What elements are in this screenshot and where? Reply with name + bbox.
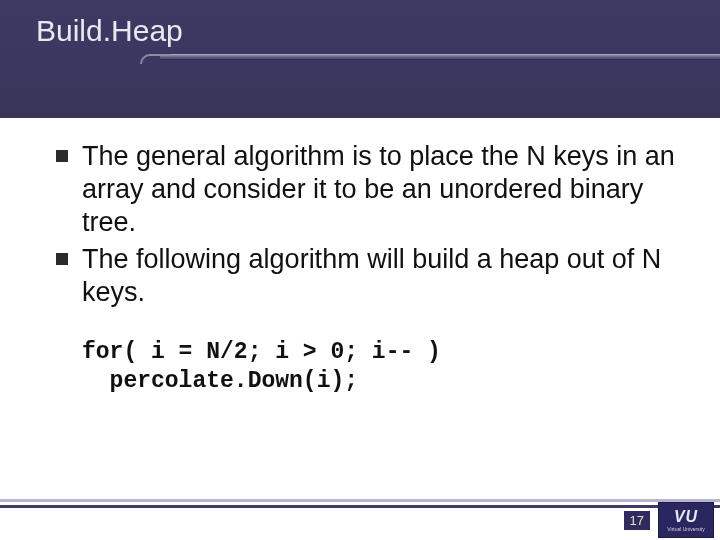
footer-rule-dark [0, 505, 720, 508]
bullet-text: The following algorithm will build a hea… [82, 243, 680, 309]
header-divider-curve [140, 54, 170, 64]
slide-title: Build.Heap [36, 14, 183, 48]
header-bar: Build.Heap [0, 0, 720, 118]
page-number: 17 [624, 511, 650, 530]
bullet-item: The general algorithm is to place the N … [56, 140, 680, 239]
logo-subtext: Virtual University [667, 527, 704, 532]
bullet-text: The general algorithm is to place the N … [82, 140, 680, 239]
footer: 17 VU Virtual University [0, 496, 720, 540]
bullet-marker-icon [56, 253, 68, 265]
content-area: The general algorithm is to place the N … [56, 140, 680, 313]
code-block: for( i = N/2; i > 0; i-- ) percolate.Dow… [82, 338, 441, 396]
bullet-item: The following algorithm will build a hea… [56, 243, 680, 309]
logo-text: VU [674, 509, 698, 525]
header-divider [160, 54, 720, 60]
vu-logo: VU Virtual University [658, 502, 714, 538]
bullet-marker-icon [56, 150, 68, 162]
footer-rule-light [0, 499, 720, 502]
code-line: percolate.Down(i); [82, 368, 358, 394]
slide: Build.Heap The general algorithm is to p… [0, 0, 720, 540]
code-line: for( i = N/2; i > 0; i-- ) [82, 339, 441, 365]
